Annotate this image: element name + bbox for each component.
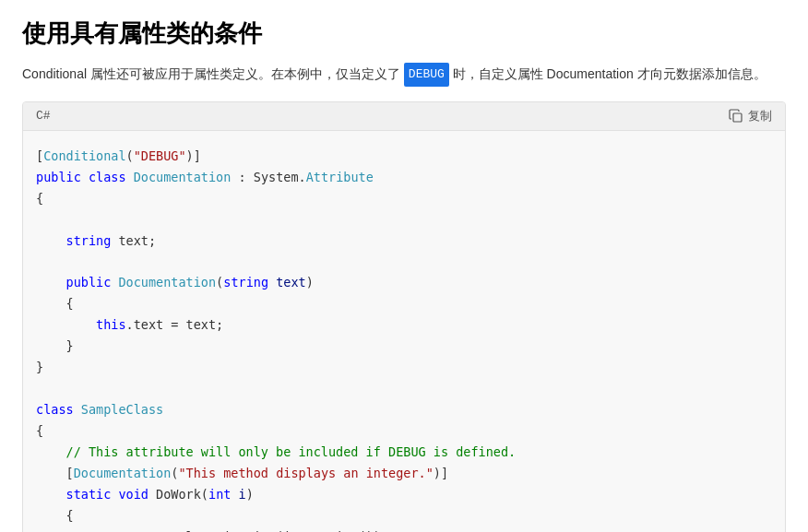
desc-text-before: Conditional 属性还可被应用于属性类定义。在本例中，仅当定义了 <box>22 66 404 81</box>
code-lang: C# <box>36 109 51 123</box>
description: Conditional 属性还可被应用于属性类定义。在本例中，仅当定义了 DEB… <box>22 63 786 87</box>
code-body: [Conditional("DEBUG")] public class Docu… <box>23 131 785 532</box>
code-pre: [Conditional("DEBUG")] public class Docu… <box>36 146 772 532</box>
svg-rect-0 <box>733 113 742 122</box>
page-title: 使用具有属性类的条件 <box>22 18 786 50</box>
copy-button[interactable]: 复制 <box>729 108 772 124</box>
code-header: C# 复制 <box>23 102 785 131</box>
code-block: C# 复制 [Conditional("DEBUG")] public clas… <box>22 101 786 532</box>
debug-badge: DEBUG <box>404 63 449 86</box>
copy-icon <box>729 109 743 124</box>
desc-text-after: 时，自定义属性 Documentation 才向元数据添加信息。 <box>449 66 766 81</box>
copy-label: 复制 <box>748 108 772 124</box>
